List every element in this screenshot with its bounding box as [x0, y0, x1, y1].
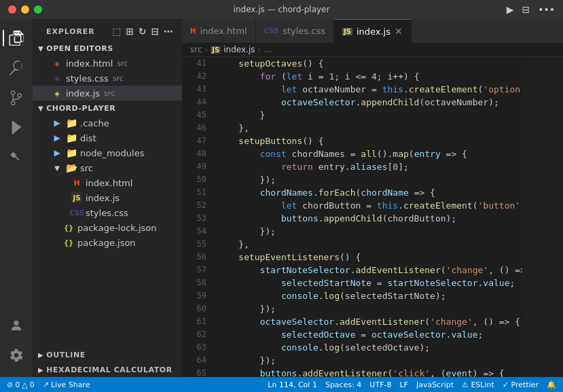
line-number: 48	[182, 147, 206, 160]
open-editor-html[interactable]: ◈ index.html src	[33, 56, 182, 71]
status-spaces[interactable]: Spaces: 4	[325, 380, 361, 389]
code-line: });	[217, 173, 522, 186]
code-line: setupOctaves() {	[217, 57, 522, 70]
code-line: selectedStartNote = startNoteSelector.va…	[217, 277, 522, 289]
new-folder-icon[interactable]: ⊞	[126, 26, 134, 37]
code-token: .	[446, 328, 452, 341]
css-file-icon: ◈	[52, 73, 62, 84]
maximize-dot[interactable]	[34, 5, 42, 14]
activity-run[interactable]	[3, 114, 30, 141]
code-token: (chordButton);	[382, 212, 457, 225]
code-token: log	[324, 341, 340, 354]
status-notifications[interactable]: 🔔	[547, 380, 556, 389]
line-number: 42	[182, 70, 206, 83]
src-index-js[interactable]: JS index.js	[33, 190, 182, 205]
open-editors-section[interactable]: ▼ Open Editors	[33, 41, 182, 56]
src-styles-css[interactable]: CSS styles.css	[33, 205, 182, 220]
tab-css-label: styles.css	[283, 26, 325, 36]
status-language[interactable]: JavaScript	[416, 380, 454, 389]
minimize-dot[interactable]	[21, 5, 29, 14]
open-editor-js[interactable]: ◈ index.js src	[33, 86, 182, 101]
line-number: 57	[182, 264, 206, 277]
code-token: =	[356, 328, 371, 341]
status-eslint[interactable]: ⚠ ESLint	[462, 380, 494, 389]
package-json[interactable]: {} package.json	[33, 235, 182, 250]
pkg-lock-icon: {}	[63, 222, 74, 233]
code-line: octaveSelector.appendChild(octaveNumber)…	[217, 96, 522, 109]
code-token	[217, 277, 281, 289]
more-icon[interactable]: •••	[538, 4, 555, 15]
code-token: [	[387, 160, 393, 173]
breadcrumb-file[interactable]: index.js	[223, 45, 255, 54]
code-token: });	[217, 354, 276, 367]
activity-search[interactable]	[3, 54, 30, 82]
folder-dist[interactable]: ▶ 📁 dist	[33, 130, 182, 145]
code-token: ) => {	[473, 367, 505, 377]
collapse-all-icon[interactable]: ⊟	[151, 26, 160, 37]
status-position[interactable]: Ln 114, Col 1	[268, 380, 317, 389]
tab-index-html[interactable]: H index.html	[182, 19, 256, 43]
more-actions-icon[interactable]: ⋯	[164, 26, 174, 37]
line-number: 56	[182, 251, 206, 264]
activity-extensions[interactable]	[3, 144, 30, 171]
code-token: },	[217, 238, 249, 251]
new-file-icon[interactable]: ⬚	[112, 26, 122, 37]
tab-js-label: index.js	[357, 26, 391, 37]
pkg-icon: {}	[63, 237, 74, 248]
code-token: });	[217, 302, 276, 315]
code-token: const	[260, 147, 287, 160]
code-token: ];	[398, 160, 409, 173]
code-token: log	[324, 289, 340, 302]
code-token: addEventListener	[356, 264, 441, 277]
project-section[interactable]: ▼ Chord-Player	[33, 101, 182, 115]
code-editor: 4142434445464748495051525354555657585960…	[182, 57, 563, 377]
status-errors[interactable]: ⊘ 0 △ 0	[7, 380, 35, 389]
activity-explorer[interactable]	[3, 24, 30, 52]
breadcrumb-symbol[interactable]: …	[264, 45, 272, 54]
folder-cache[interactable]: ▶ 📁 .cache	[33, 115, 182, 130]
code-token	[217, 328, 281, 341]
code-token: () {	[302, 57, 323, 70]
code-line: console.log(selectedOctave);	[217, 341, 522, 354]
window-title: index.js — chord-player	[234, 5, 330, 14]
refresh-icon[interactable]: ↻	[139, 26, 147, 37]
folder-src-icon: 📂	[66, 162, 77, 173]
code-token: (	[478, 83, 484, 96]
activity-accounts[interactable]	[3, 312, 30, 339]
open-editor-css[interactable]: ◈ styles.css src	[33, 71, 182, 86]
close-dot[interactable]	[8, 5, 16, 14]
code-line: setupButtons() {	[217, 135, 522, 147]
hex-calc-section[interactable]: ▶ Hexadecimal Calculator	[33, 362, 182, 377]
status-eol[interactable]: LF	[399, 380, 407, 389]
layout-icon[interactable]: ⊟	[522, 4, 530, 15]
breadcrumb-js-icon: JS	[211, 46, 221, 54]
code-content[interactable]: setupOctaves() { for (let i = 1; i <= 4;…	[212, 57, 522, 377]
line-number: 51	[182, 186, 206, 199]
breadcrumb-src[interactable]: src	[190, 45, 202, 54]
warning-icon: △	[22, 380, 27, 389]
code-token	[217, 367, 260, 377]
src-index-html[interactable]: H index.html	[33, 175, 182, 190]
outline-section[interactable]: ▶ Outline	[33, 347, 182, 362]
code-token: .	[297, 367, 302, 377]
folder-src[interactable]: ▼ 📂 src	[33, 160, 182, 175]
title-bar: index.js — chord-player ▶ ⊟ •••	[0, 0, 563, 19]
code-token: console	[281, 341, 319, 354]
tab-styles-css[interactable]: CSS styles.css	[256, 19, 334, 43]
play-icon[interactable]: ▶	[507, 4, 514, 15]
tab-close-icon[interactable]: ✕	[395, 26, 403, 37]
code-token: setupButtons	[238, 135, 302, 147]
status-prettier[interactable]: ✓ Prettier	[503, 380, 539, 389]
code-token: },	[217, 122, 249, 135]
minimap[interactable]	[522, 57, 563, 377]
activity-settings[interactable]	[3, 342, 30, 369]
src-css-spacer	[60, 207, 68, 218]
activity-scm[interactable]	[3, 84, 30, 111]
status-encoding[interactable]: UTF-8	[369, 380, 391, 389]
line-number: 58	[182, 277, 206, 289]
status-live-share[interactable]: ↗ Live Share	[43, 380, 90, 389]
tab-index-js[interactable]: JS index.js ✕	[334, 19, 412, 43]
package-lock-json[interactable]: {} package-lock.json	[33, 220, 182, 235]
code-line: let octaveNumber = this.createElement('o…	[217, 83, 522, 96]
folder-node-modules[interactable]: ▶ 📁 node_modules	[33, 145, 182, 160]
